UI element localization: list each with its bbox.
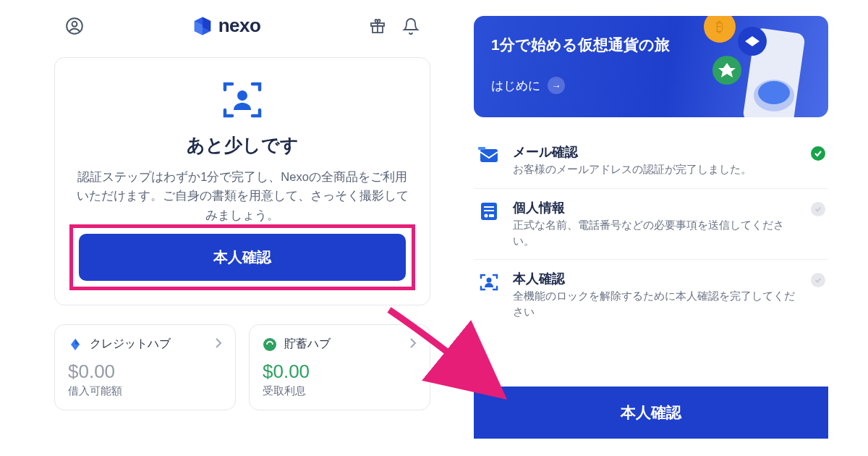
hub-name: クレジットハブ [90, 337, 171, 352]
step-title: メール確認 [513, 143, 799, 161]
svg-point-5 [237, 90, 247, 101]
svg-point-6 [263, 338, 276, 351]
form-icon [477, 199, 501, 224]
verification-card: あと少しです 認証ステップはわずか1分で完了し、Nexoの全商品をご利用いただけ… [54, 57, 430, 305]
hub-value: $0.00 [263, 360, 417, 383]
banner-decoration: ₿ [676, 16, 828, 117]
svg-point-21 [487, 278, 492, 283]
step-identity: 本人確認 全機能のロックを解除するために本人確認を完了してください [474, 260, 828, 331]
scan-icon [477, 270, 501, 295]
svg-rect-15 [478, 147, 485, 150]
savings-hub-card[interactable]: 貯蓄ハブ $0.00 受取利息 [249, 324, 430, 410]
brand-name: nexo [218, 14, 261, 37]
step-title: 本人確認 [513, 270, 799, 287]
svg-rect-18 [484, 210, 494, 211]
savings-hub-icon [263, 337, 277, 352]
onboarding-banner[interactable]: 1分で始める仮想通貨の旅 はじめに → ₿ [474, 16, 828, 117]
step-desc: 正式な名前、電話番号などの必要事項を送信してください。 [513, 218, 799, 250]
banner-cta[interactable]: はじめに → [491, 77, 565, 94]
hub-value: $0.00 [68, 360, 222, 383]
card-description: 認証ステップはわずか1分で完了し、Nexoの全商品をご利用いただけます。ご自身の… [75, 167, 409, 224]
step-email: メール確認 お客様のメールアドレスの認証が完了しました。 [474, 133, 828, 189]
hub-label: 借入可能額 [68, 384, 222, 398]
step-desc: 全機能のロックを解除するために本人確認を完了してください [513, 289, 799, 321]
brand-logo[interactable]: nexo [192, 14, 261, 37]
hub-name: 貯蓄ハブ [284, 337, 331, 352]
credit-hub-icon [68, 337, 82, 352]
svg-rect-20 [489, 214, 494, 217]
arrow-right-icon: → [548, 77, 565, 94]
card-title: あと少しです [75, 133, 409, 157]
svg-rect-17 [484, 206, 494, 208]
check-pending-icon [811, 273, 825, 287]
svg-point-19 [485, 214, 488, 217]
verify-identity-button-bottom[interactable]: 本人確認 [474, 387, 828, 439]
gift-icon[interactable] [369, 17, 386, 35]
svg-text:₿: ₿ [716, 19, 723, 35]
step-title: 個人情報 [513, 199, 799, 216]
top-bar: nexo [54, 7, 430, 44]
chevron-right-icon [215, 337, 222, 352]
nexo-logo-icon [192, 16, 213, 36]
step-personal-info: 個人情報 正式な名前、電話番号などの必要事項を送信してください。 [474, 189, 828, 261]
onboarding-steps: メール確認 お客様のメールアドレスの認証が完了しました。 個人情報 正式な名前、… [474, 133, 828, 331]
svg-point-13 [758, 81, 790, 104]
svg-rect-14 [480, 149, 498, 162]
profile-icon[interactable] [65, 17, 84, 35]
hub-label: 受取利息 [263, 384, 417, 398]
check-pending-icon [811, 202, 825, 216]
check-done-icon [811, 146, 825, 161]
highlight-annotation: 本人確認 [69, 224, 415, 290]
svg-point-1 [72, 21, 77, 26]
scan-person-icon [219, 77, 265, 123]
step-desc: お客様のメールアドレスの認証が完了しました。 [513, 162, 799, 178]
mail-icon [477, 143, 501, 168]
credit-hub-card[interactable]: クレジットハブ $0.00 借入可能額 [54, 324, 236, 410]
chevron-right-icon [409, 337, 417, 352]
verify-identity-button[interactable]: 本人確認 [79, 234, 406, 281]
bell-icon[interactable] [402, 17, 420, 35]
